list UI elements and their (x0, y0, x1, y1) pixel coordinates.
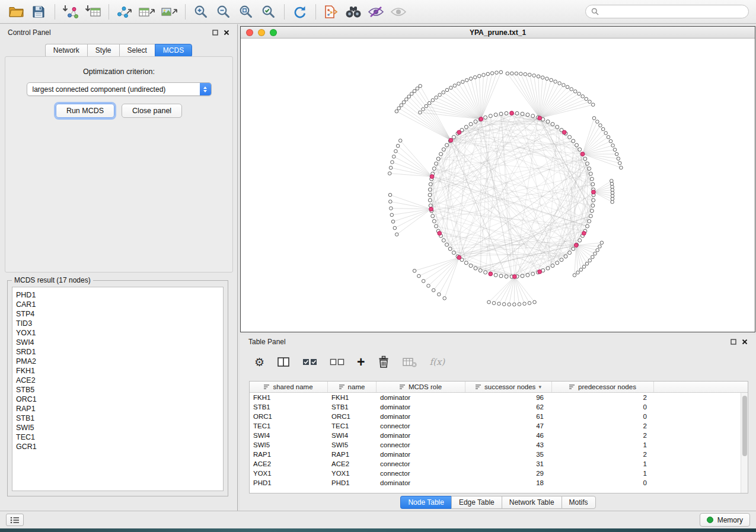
window-close-button[interactable] (246, 29, 253, 36)
search-input[interactable] (602, 8, 743, 16)
import-table-icon[interactable] (84, 3, 101, 21)
network-canvas[interactable] (241, 39, 755, 332)
table-row[interactable]: ACE2ACE2connector311 (250, 459, 748, 469)
tab-node-table[interactable]: Node Table (400, 496, 451, 509)
toolbar-separator (185, 4, 186, 20)
close-panel-icon[interactable] (224, 30, 229, 36)
close-panel-button[interactable]: Close panel (122, 104, 182, 118)
mcds-result-item[interactable]: PHD1 (16, 290, 219, 300)
zoom-in-icon[interactable] (192, 3, 209, 21)
table-settings-icon[interactable]: ⚙ (254, 357, 264, 368)
cell-mcds-role: dominator (377, 403, 465, 411)
optimization-criterion-label: Optimization criterion: (5, 68, 232, 76)
cell-name: TEC1 (328, 422, 377, 430)
mcds-result-item[interactable]: ACE2 (16, 376, 219, 385)
export-table-icon[interactable] (138, 3, 155, 21)
cell-shared-name: TEC1 (250, 422, 328, 430)
mcds-result-list[interactable]: PHD1CAR1STP4TID3YOX1SWI4SRD1PMA2FKH1ACE2… (12, 287, 224, 491)
table-row[interactable]: PHD1PHD1dominator180 (250, 478, 748, 488)
table-row[interactable]: TEC1TEC1connector472 (250, 421, 748, 431)
import-network-icon[interactable] (61, 3, 79, 21)
select-all-icon[interactable] (302, 357, 317, 367)
find-icon[interactable] (344, 3, 362, 21)
mcds-result-item[interactable]: TID3 (16, 319, 219, 328)
show-all-icon[interactable] (390, 3, 407, 21)
tab-mcds[interactable]: MCDS (155, 44, 192, 57)
tab-network[interactable]: Network (45, 44, 87, 57)
table-row[interactable]: RAP1RAP1dominator352 (250, 450, 748, 459)
mcds-result-item[interactable]: SWI4 (16, 338, 219, 347)
search-box[interactable] (585, 5, 749, 18)
float-panel-icon[interactable] (212, 30, 218, 36)
zoom-out-icon[interactable] (214, 3, 232, 21)
mcds-result-item[interactable]: STB1 (16, 414, 219, 423)
table-row[interactable]: YOX1YOX1connector291 (250, 469, 748, 478)
export-network-icon[interactable] (115, 3, 133, 21)
clone-network-icon[interactable] (322, 3, 340, 21)
zoom-selected-icon[interactable] (259, 3, 277, 21)
show-panels-button[interactable] (6, 514, 24, 526)
open-session-icon[interactable] (7, 3, 25, 21)
table-scrollbar[interactable] (741, 393, 748, 493)
application-window: Control Panel NetworkStyleSelectMCDS Opt… (0, 0, 756, 532)
show-columns-icon[interactable] (277, 356, 290, 368)
sort-icon (264, 384, 270, 390)
column-header-successor-nodes[interactable]: successor nodes▾ (465, 382, 552, 392)
cell-name: RAP1 (328, 451, 377, 458)
cell-mcds-role: dominator (377, 479, 465, 486)
refresh-icon[interactable] (291, 3, 308, 21)
mcds-result-item[interactable]: ORC1 (16, 395, 219, 404)
table-row[interactable]: FKH1FKH1dominator962 (250, 393, 748, 402)
table-panel-title: Table Panel (248, 338, 286, 346)
tab-network-table[interactable]: Network Table (502, 496, 562, 509)
mcds-result-item[interactable]: TEC1 (16, 432, 219, 442)
cell-successor-nodes: 35 (465, 451, 552, 458)
deselect-all-icon[interactable] (330, 357, 344, 367)
mcds-result-item[interactable]: STP4 (16, 309, 219, 319)
column-header-filler (654, 382, 748, 392)
cell-successor-nodes: 43 (465, 441, 552, 448)
mcds-result-item[interactable]: RAP1 (16, 404, 219, 414)
column-header-mcds-role[interactable]: MCDS role (377, 382, 465, 392)
export-image-icon[interactable] (160, 3, 178, 21)
float-panel-icon[interactable] (731, 339, 736, 345)
run-mcds-button[interactable]: Run MCDS (56, 104, 114, 118)
delete-row-icon[interactable] (377, 355, 390, 368)
column-header-predecessor-nodes[interactable]: predecessor nodes (552, 382, 654, 392)
mcds-result-item[interactable]: FKH1 (16, 366, 219, 376)
criterion-dropdown[interactable]: largest connected component (undirected) (27, 82, 212, 96)
add-row-icon[interactable]: + (357, 355, 365, 369)
scrollbar-thumb[interactable] (742, 396, 747, 456)
control-panel-tabs: NetworkStyleSelectMCDS (0, 44, 237, 57)
mcds-result-item[interactable]: SRD1 (16, 347, 219, 357)
table-row[interactable]: SWI5SWI5connector431 (250, 440, 748, 450)
network-graph[interactable] (241, 39, 755, 332)
mcds-result-item[interactable]: GCR1 (16, 442, 219, 451)
mcds-result-item[interactable]: SWI5 (16, 423, 219, 432)
table-row[interactable]: ORC1ORC1dominator610 (250, 412, 748, 421)
column-header-name[interactable]: name (328, 382, 377, 392)
hide-selected-icon[interactable] (367, 3, 385, 21)
close-panel-icon[interactable] (742, 339, 748, 345)
mcds-result-item[interactable]: PMA2 (16, 357, 219, 366)
zoom-fit-icon[interactable] (237, 3, 254, 21)
column-header-shared-name[interactable]: shared name (250, 382, 328, 392)
memory-button[interactable]: Memory (700, 513, 750, 527)
table-row[interactable]: STB1STB1dominator620 (250, 402, 748, 412)
mcds-result-item[interactable]: CAR1 (16, 300, 219, 309)
tab-motifs[interactable]: Motifs (562, 496, 596, 509)
network-view-window: YPA_prune.txt_1 (240, 26, 755, 332)
mcds-result-item[interactable]: YOX1 (16, 328, 219, 338)
chevron-down-icon: ▾ (538, 384, 541, 390)
table-row[interactable]: SWI4SWI4dominator462 (250, 431, 748, 440)
network-window-titlebar[interactable]: YPA_prune.txt_1 (241, 27, 755, 39)
sort-icon (569, 384, 575, 390)
tab-select[interactable]: Select (119, 44, 155, 57)
mcds-result-item[interactable]: STB5 (16, 385, 219, 395)
tab-edge-table[interactable]: Edge Table (451, 496, 502, 509)
window-minimize-button[interactable] (258, 29, 265, 36)
tab-style[interactable]: Style (87, 44, 119, 57)
window-zoom-button[interactable] (270, 29, 277, 36)
window-controls (246, 29, 277, 36)
save-session-icon[interactable] (30, 3, 47, 21)
